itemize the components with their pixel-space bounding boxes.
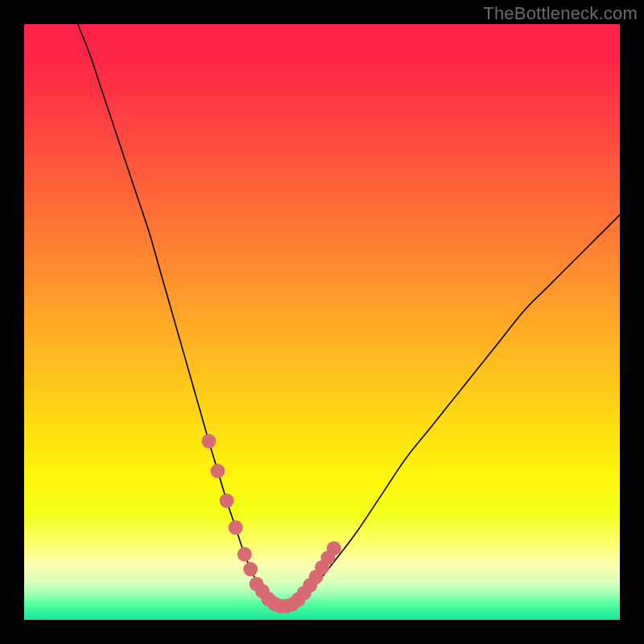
curve-marker [327, 541, 341, 555]
curve-marker [220, 493, 234, 508]
curve-marker [237, 547, 252, 562]
curve-marker [243, 562, 258, 576]
curve-marker [229, 520, 243, 535]
highlight-markers [24, 24, 620, 620]
chart-stage: TheBottleneck.com [0, 0, 644, 644]
attribution-text: TheBottleneck.com [483, 3, 638, 24]
curve-marker [201, 434, 216, 448]
plot-area [24, 24, 620, 620]
curve-marker [211, 464, 225, 478]
